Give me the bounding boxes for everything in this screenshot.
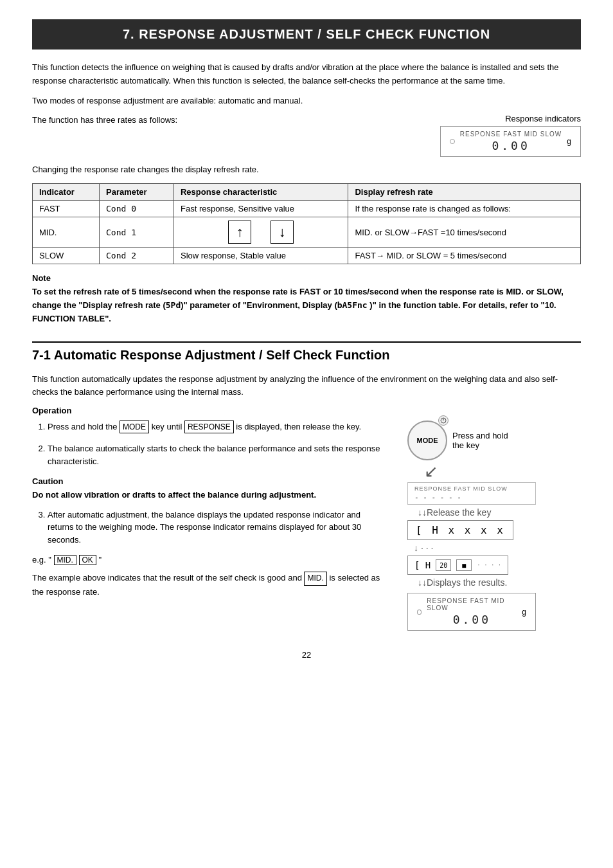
indicator-dot	[450, 139, 455, 144]
subsection-intro: This function automatically updates the …	[32, 373, 581, 400]
mid-key-box: MID.	[54, 555, 76, 565]
table-row: SLOW Cond 2 Slow response, Stable value …	[33, 248, 581, 264]
note-section: Note To set the refresh rate of 5 times/…	[32, 273, 581, 325]
response-indicators-block: The function has three rates as follows:…	[32, 114, 581, 157]
row2-indicator: MID.	[33, 217, 100, 248]
curve-arrow-icon: ↙	[424, 463, 438, 480]
response-key-box: RESPONSE	[184, 420, 234, 433]
display-digits: 0.00	[492, 139, 529, 152]
row1-display: If the response rate is changed as follo…	[348, 201, 581, 217]
table-header-indicator: Indicator	[33, 184, 100, 201]
step-1: Press and hold the MODE key until RESPON…	[48, 420, 388, 433]
down-dotted-arrow: ↓ · · ·	[414, 543, 433, 553]
ch-display-2: [ H 20 ■ · · · ·	[407, 556, 508, 575]
note-title: Note	[32, 273, 581, 283]
function-rates-label: The function has three rates as follows:	[32, 114, 177, 127]
the-key-text: the key	[452, 440, 508, 450]
intro-paragraph-1: This function detects the influence on w…	[32, 61, 581, 88]
display-unit: g	[567, 137, 571, 146]
step-3: After automatic adjustment, the balance …	[48, 509, 388, 547]
eg-line: e.g. " MID. OK "	[32, 555, 388, 565]
refresh-rate-label: Changing the response rate changes the d…	[32, 163, 581, 177]
press-hold-labels: Press and hold the key	[452, 431, 508, 450]
small-box-1: 20	[436, 559, 451, 571]
display-row-diagram: - - - - - -	[414, 493, 529, 502]
row3-indicator: SLOW	[33, 248, 100, 264]
dotted-line-label: · · · ·	[477, 562, 501, 568]
page-number: 22	[32, 650, 581, 660]
row2-display: MID. or SLOW→FAST =10 times/second	[348, 217, 581, 248]
section-title: 7. RESPONSE ADJUSTMENT / SELF CHECK FUNC…	[32, 19, 581, 50]
mode-label: MODE	[417, 437, 438, 444]
row3-response: Slow response, Stable value	[173, 248, 348, 264]
operation-left: Press and hold the MODE key until RESPON…	[32, 420, 388, 605]
row2-parameter: Cond 1	[100, 217, 174, 248]
table-header-response: Response characteristic	[173, 184, 348, 201]
note-text: To set the refresh rate of 5 times/secon…	[32, 285, 581, 325]
response-bar-label: RESPONSE FAST MID SLOW	[460, 131, 562, 138]
operation-list: Press and hold the MODE key until RESPON…	[32, 420, 388, 467]
press-hold-text: Press and hold	[452, 431, 508, 440]
ok-key-box: OK	[79, 555, 96, 565]
row3-display: FAST→ MID. or SLOW = 5 times/second	[348, 248, 581, 264]
response-indicators-label: Response indicators	[440, 114, 581, 123]
operation-title: Operation	[32, 406, 581, 415]
result-digits: 0.00	[453, 613, 491, 626]
result-response-bar: RESPONSE FAST MID SLOW	[427, 597, 517, 611]
result-text: The example above indicates that the res…	[32, 572, 388, 599]
step-2: The balance automatically starts to chec…	[48, 442, 388, 467]
ch-display-1: [ H x x x x	[407, 520, 513, 540]
result-unit: g	[522, 608, 526, 617]
mode-key-box: MODE	[120, 420, 149, 433]
displays-results-label: ↓↓Displays the results.	[418, 577, 507, 588]
row1-indicator: FAST	[33, 201, 100, 217]
down-arrow-icon: ↓	[271, 221, 294, 244]
operation-section: Operation Press and hold the MODE key un…	[32, 406, 581, 631]
response-table: Indicator Parameter Response characteris…	[32, 183, 581, 264]
operation-content: Press and hold the MODE key until RESPON…	[32, 420, 581, 631]
row3-parameter: Cond 2	[100, 248, 174, 264]
row1-response: Fast response, Sensitive value	[173, 201, 348, 217]
mode-top-icon	[438, 415, 449, 426]
operation-diagram: MODE Press and hold the key ↙ RESPONSE F…	[401, 420, 581, 631]
step3-list: After automatic adjustment, the balance …	[32, 509, 388, 547]
response-indicator-display: RESPONSE FAST MID SLOW 0.00 g	[440, 126, 581, 157]
up-arrow-icon: ↑	[228, 221, 251, 244]
section-divider	[32, 341, 581, 343]
right-diagram: MODE Press and hold the key ↙ RESPONSE F…	[407, 420, 581, 631]
mode-button-diagram: MODE	[407, 420, 447, 460]
mid-key-box-inline: MID.	[304, 572, 326, 585]
result-dot	[417, 610, 422, 615]
table-header-display: Display refresh rate	[348, 184, 581, 201]
result-display: RESPONSE FAST MID SLOW 0.00 g	[407, 593, 536, 631]
table-row: FAST Cond 0 Fast response, Sensitive val…	[33, 201, 581, 217]
table-header-parameter: Parameter	[100, 184, 174, 201]
small-box-2: ■	[456, 559, 472, 571]
caution-text: Do not allow vibration or drafts to affe…	[32, 489, 388, 502]
subsection-title: 7-1 Automatic Response Adjustment / Self…	[32, 348, 581, 363]
balance-dashes: - - - - - -	[414, 493, 461, 502]
row1-parameter: Cond 0	[100, 201, 174, 217]
response-label-diagram: RESPONSE FAST MID SLOW	[414, 485, 529, 492]
table-row: MID. Cond 1 ↑ ↓ MID. or SLOW→FAST =10 ti…	[33, 217, 581, 248]
mode-button-row: MODE Press and hold the key	[407, 420, 508, 460]
balance-display-diagram: RESPONSE FAST MID SLOW - - - - - -	[407, 482, 536, 505]
intro-paragraph-2: Two modes of response adjustment are ava…	[32, 95, 581, 108]
caution-title: Caution	[32, 476, 388, 486]
release-arrow: ↓↓Release the key	[418, 507, 491, 518]
result-display-inner: RESPONSE FAST MID SLOW 0.00	[427, 597, 517, 626]
row2-response: ↑ ↓	[173, 217, 348, 248]
